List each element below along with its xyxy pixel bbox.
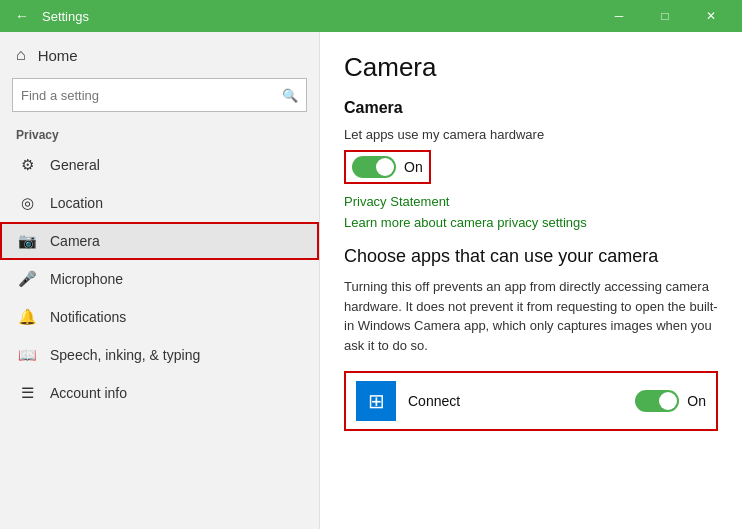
- home-label: Home: [38, 47, 78, 64]
- sidebar-item-notifications-label: Notifications: [50, 309, 126, 325]
- search-input[interactable]: [21, 88, 282, 103]
- sidebar-item-account-label: Account info: [50, 385, 127, 401]
- sidebar-item-notifications[interactable]: 🔔 Notifications: [0, 298, 319, 336]
- choose-apps-title: Choose apps that can use your camera: [344, 246, 718, 267]
- speech-icon: 📖: [16, 346, 38, 364]
- search-icon: 🔍: [282, 88, 298, 103]
- sidebar-nav: ⚙ General ◎ Location 📷 Camera 🎤 Micropho…: [0, 146, 319, 529]
- sidebar-item-account[interactable]: ☰ Account info: [0, 374, 319, 412]
- sidebar-item-speech[interactable]: 📖 Speech, inking, & typing: [0, 336, 319, 374]
- camera-toggle-container: On: [344, 150, 431, 184]
- let-apps-text: Let apps use my camera hardware: [344, 127, 718, 142]
- sidebar-item-camera[interactable]: 📷 Camera: [0, 222, 319, 260]
- search-box: 🔍: [12, 78, 307, 112]
- sidebar-section-label: Privacy: [0, 120, 319, 146]
- camera-icon: 📷: [16, 232, 38, 250]
- titlebar-controls: ─ □ ✕: [596, 0, 734, 32]
- sidebar: ⌂ Home 🔍 Privacy ⚙ General ◎ Location 📷: [0, 32, 320, 529]
- back-icon: ←: [15, 8, 29, 24]
- titlebar-title: Settings: [42, 9, 596, 24]
- connect-toggle-switch[interactable]: [635, 390, 679, 412]
- sidebar-item-speech-label: Speech, inking, & typing: [50, 347, 200, 363]
- sidebar-item-microphone[interactable]: 🎤 Microphone: [0, 260, 319, 298]
- notifications-icon: 🔔: [16, 308, 38, 326]
- connect-app-icon-box: ⊞: [356, 381, 396, 421]
- minimize-icon: ─: [615, 9, 624, 23]
- sidebar-item-camera-label: Camera: [50, 233, 100, 249]
- page-title: Camera: [344, 52, 718, 83]
- connect-app-toggle: On: [635, 390, 706, 412]
- general-icon: ⚙: [16, 156, 38, 174]
- microphone-icon: 🎤: [16, 270, 38, 288]
- connect-toggle-label: On: [687, 393, 706, 409]
- connect-app-name: Connect: [408, 393, 635, 409]
- connect-toggle-knob: [659, 392, 677, 410]
- privacy-statement-link[interactable]: Privacy Statement: [344, 194, 718, 209]
- content-area: Camera Camera Let apps use my camera har…: [320, 32, 742, 529]
- sidebar-item-location[interactable]: ◎ Location: [0, 184, 319, 222]
- back-button[interactable]: ←: [8, 2, 36, 30]
- sidebar-home[interactable]: ⌂ Home: [0, 32, 319, 78]
- account-icon: ☰: [16, 384, 38, 402]
- sidebar-item-location-label: Location: [50, 195, 103, 211]
- sidebar-item-microphone-label: Microphone: [50, 271, 123, 287]
- close-button[interactable]: ✕: [688, 0, 734, 32]
- close-icon: ✕: [706, 9, 716, 23]
- toggle-label: On: [404, 159, 423, 175]
- location-icon: ◎: [16, 194, 38, 212]
- home-icon: ⌂: [16, 46, 26, 64]
- titlebar: ← Settings ─ □ ✕: [0, 0, 742, 32]
- minimize-button[interactable]: ─: [596, 0, 642, 32]
- toggle-knob: [376, 158, 394, 176]
- description-text: Turning this off prevents an app from di…: [344, 277, 718, 355]
- section-title: Camera: [344, 99, 718, 117]
- sidebar-item-general[interactable]: ⚙ General: [0, 146, 319, 184]
- maximize-icon: □: [661, 9, 668, 23]
- camera-toggle[interactable]: [352, 156, 396, 178]
- learn-more-link[interactable]: Learn more about camera privacy settings: [344, 215, 718, 230]
- connect-app-icon: ⊞: [368, 389, 385, 413]
- maximize-button[interactable]: □: [642, 0, 688, 32]
- sidebar-item-general-label: General: [50, 157, 100, 173]
- camera-toggle-row: On: [344, 150, 718, 184]
- app-item-connect: ⊞ Connect On: [344, 371, 718, 431]
- main-layout: ⌂ Home 🔍 Privacy ⚙ General ◎ Location 📷: [0, 32, 742, 529]
